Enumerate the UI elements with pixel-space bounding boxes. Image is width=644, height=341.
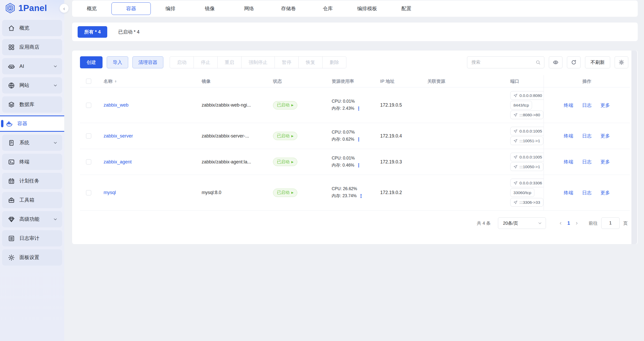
status-badge[interactable]: 已启动 ▶ [273, 101, 297, 109]
filter-all-button[interactable]: 所有 * 4 [78, 26, 107, 38]
port-mapping-text: 0.0.0.0:8080 [519, 93, 542, 98]
sort-icon[interactable]: ▲▼ [114, 80, 117, 83]
tab-repo[interactable]: 仓库 [308, 2, 347, 15]
tab-container[interactable]: 容器 [111, 2, 151, 15]
current-page[interactable]: 1 [565, 221, 573, 226]
batch-button-5[interactable]: 恢复 [298, 56, 323, 68]
port-mapping-chip[interactable]: :::10051->1 [510, 136, 543, 145]
search-input[interactable] [467, 56, 544, 68]
column-visibility-button[interactable] [549, 56, 562, 68]
port-mapping-chip[interactable]: :::8080->80 [510, 111, 543, 119]
sidebar-item-cronjob[interactable]: 计划任务 [2, 173, 62, 189]
sidebar-item-settings[interactable]: 面板设置 [2, 249, 62, 266]
logs-link[interactable]: 日志 [582, 190, 592, 196]
more-link[interactable]: 更多 [600, 159, 610, 165]
status-badge[interactable]: 已启动 ▶ [273, 158, 297, 166]
sidebar-item-label: 容器 [17, 120, 27, 127]
sidebar-item-terminal[interactable]: 终端 [2, 154, 62, 170]
top-tab-bar: 概览容器编排镜像网络存储卷仓库编排模板配置 [72, 1, 638, 17]
status-badge[interactable]: 已启动 ▶ [273, 132, 297, 140]
row-checkbox[interactable] [86, 103, 91, 108]
sidebar-item-container[interactable]: 容器 [0, 116, 64, 132]
table-settings-button[interactable] [615, 56, 628, 68]
row-checkbox[interactable] [86, 190, 91, 195]
brand-logo[interactable]: 1 1Panel [0, 0, 64, 16]
clean-containers-button[interactable]: 清理容器 [132, 56, 163, 68]
sidebar-item-label: 高级功能 [19, 216, 39, 223]
cpu-usage: CPU: 26.62% [332, 186, 363, 191]
sidebar-item-log-audit[interactable]: 日志审计 [2, 230, 62, 246]
more-link[interactable]: 更多 [600, 102, 610, 108]
sidebar-item-website[interactable]: 网站 [2, 77, 62, 94]
port-mapping-chip[interactable]: :::3306->33 [510, 198, 543, 207]
no-refresh-button[interactable]: 不刷新 [585, 56, 610, 68]
goto-page-input[interactable] [601, 217, 620, 229]
sidebar-item-app-store[interactable]: 应用商店 [2, 39, 62, 55]
logs-link[interactable]: 日志 [582, 159, 592, 165]
main-content: 概览容器编排镜像网络存储卷仓库编排模板配置 所有 * 4 已启动 * 4 创建 … [64, 0, 644, 341]
batch-button-6[interactable]: 删除 [322, 56, 346, 68]
home-icon [8, 25, 15, 32]
status-badge[interactable]: 已启动 ▶ [273, 189, 297, 197]
container-name-link[interactable]: mysql [104, 190, 116, 195]
import-button[interactable]: 导入 [107, 56, 128, 68]
tab-overview[interactable]: 概览 [72, 2, 111, 15]
tab-setting[interactable]: 配置 [387, 2, 426, 15]
filter-running-button[interactable]: 已启动 * 4 [118, 29, 139, 35]
monitor-dots-icon[interactable]: ⋮ [358, 194, 363, 199]
batch-button-1[interactable]: 停止 [194, 56, 218, 68]
logs-link[interactable]: 日志 [582, 133, 592, 139]
container-name-link[interactable]: zabbix_agent [104, 159, 132, 165]
port-mapping-text: :::3306->33 [519, 200, 540, 205]
scrollbar-track[interactable] [631, 51, 637, 244]
sidebar-item-database[interactable]: 数据库 [2, 96, 62, 113]
ip-address: 172.19.0.2 [380, 190, 402, 195]
memory-usage: 内存: 0.62% [332, 137, 354, 142]
port-mapping-chip[interactable]: 0.0.0.0:8080 [510, 91, 544, 100]
create-button[interactable]: 创建 [80, 56, 103, 68]
terminal-link[interactable]: 终端 [564, 190, 573, 196]
select-all-checkbox[interactable] [86, 79, 91, 84]
sidebar-item-ai[interactable]: AI [2, 58, 62, 74]
next-page-button[interactable]: › [573, 220, 581, 227]
chevron-down-icon [53, 141, 57, 145]
port-mapping-chip[interactable]: 0.0.0.0:3306 [510, 179, 544, 187]
more-link[interactable]: 更多 [600, 190, 610, 196]
monitor-dots-icon[interactable]: ⋮ [356, 137, 361, 142]
refresh-button[interactable] [567, 56, 581, 68]
port-mapping-chip[interactable]: :::10050->1 [510, 162, 543, 171]
batch-button-0[interactable]: 启动 [170, 56, 194, 68]
container-name-link[interactable]: zabbix_web [104, 102, 128, 108]
tab-network[interactable]: 网络 [229, 2, 269, 15]
monitor-dots-icon[interactable]: ⋮ [356, 163, 361, 168]
container-name-link[interactable]: zabbix_server [104, 133, 133, 139]
batch-button-4[interactable]: 暂停 [275, 56, 299, 68]
port-mapping-chip[interactable]: 8443/tcp [510, 101, 532, 109]
batch-button-3[interactable]: 强制停止 [241, 56, 275, 68]
port-mapping-chip[interactable]: 33060/tcp [510, 188, 534, 197]
tab-compose[interactable]: 编排 [151, 2, 190, 15]
batch-button-2[interactable]: 重启 [217, 56, 242, 68]
port-mapping-chip[interactable]: 0.0.0.0:1005 [510, 153, 544, 161]
port-mapping-chip[interactable]: 0.0.0.0:1005 [510, 127, 544, 135]
terminal-link[interactable]: 终端 [564, 102, 573, 108]
sidebar-item-overview[interactable]: 概览 [2, 20, 62, 36]
more-link[interactable]: 更多 [600, 133, 610, 139]
sidebar-item-system[interactable]: 系统 [2, 135, 62, 151]
sidebar-item-advanced[interactable]: 高级功能 [2, 211, 62, 227]
column-header-name: 名称 [104, 78, 112, 84]
terminal-link[interactable]: 终端 [564, 159, 573, 165]
tab-template[interactable]: 编排模板 [347, 2, 387, 15]
logs-link[interactable]: 日志 [582, 102, 592, 108]
monitor-dots-icon[interactable]: ⋮ [356, 106, 361, 111]
sidebar-collapse-button[interactable]: ‹ [60, 4, 69, 13]
tab-image[interactable]: 镜像 [190, 2, 229, 15]
sidebar-item-toolbox[interactable]: 工具箱 [2, 192, 62, 208]
row-checkbox[interactable] [86, 159, 91, 164]
terminal-link[interactable]: 终端 [564, 133, 573, 139]
prev-page-button[interactable]: ‹ [556, 220, 565, 227]
row-checkbox[interactable] [86, 133, 91, 139]
column-header-resource: 资源使用率 [332, 78, 354, 84]
page-size-select[interactable]: 20条/页 [498, 217, 546, 229]
tab-volume[interactable]: 存储卷 [269, 2, 308, 15]
